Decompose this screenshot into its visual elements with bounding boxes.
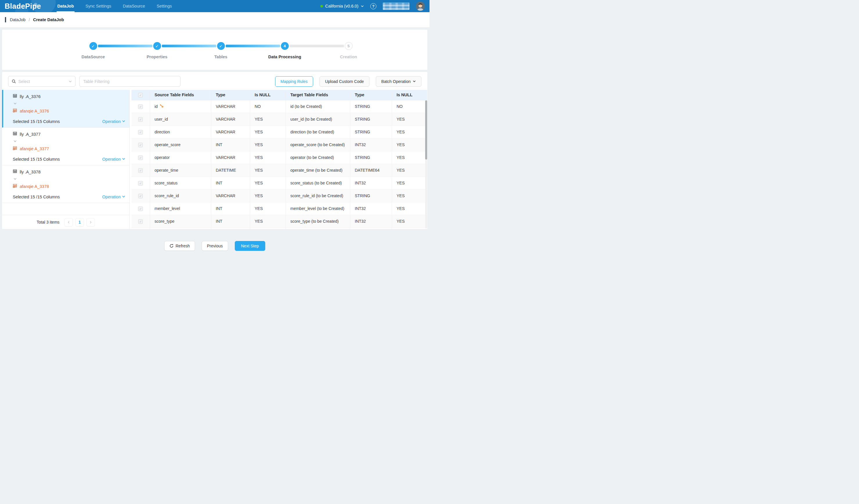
row-checkbox[interactable]: ✓ [138,194,143,198]
mapping-chevron-down-icon [13,101,125,107]
table-list-item[interactable]: lly .A_3378afanqie A_3378Selected 15 /15… [2,165,130,203]
row-checkbox[interactable]: ✓ [138,130,143,135]
source-field-cell: operator [150,151,211,164]
col-source-type: Type [211,90,250,100]
nav-tab-sync-settings[interactable]: Sync Settings [86,0,111,12]
target-field-cell: user_id (to be Created) [286,113,350,126]
help-icon[interactable]: ? [370,3,376,9]
item-bottom-row: Selected 15 /15 ColumnsOperation [13,119,125,124]
upload-custom-code-button[interactable]: Upload Custom Code [319,76,370,87]
source-field: member_level [155,206,208,211]
app-logo[interactable]: BladePipe [5,2,41,11]
select-all-checkbox[interactable]: ✓ [138,93,143,97]
table-select-dropdown[interactable]: Select [8,76,75,87]
refresh-button[interactable]: Refresh [164,241,195,251]
table-list-item[interactable]: lly .A_3377afanqie A_3377Selected 15 /15… [2,128,130,165]
row-checkbox-cell: ✓ [132,189,150,202]
source-table-name: lly .A_3377 [20,132,41,137]
source-field-cell: score_type [150,215,211,227]
nav-tab-datajob[interactable]: DataJob [57,0,74,12]
scrollbar-thumb[interactable] [425,100,427,159]
row-checkbox[interactable]: ✓ [138,219,143,224]
field-row-partial: ✓ [132,227,427,229]
row-checkbox[interactable]: ✓ [138,117,143,122]
source-table-name: lly .A_3378 [20,170,41,174]
source-table-name: lly .A_3376 [20,94,41,99]
source-type-cell: VARCHAR [211,100,250,113]
row-checkbox[interactable]: ✓ [138,206,143,211]
target-type-cell: DATETIME64 [350,164,392,177]
batch-operation-button[interactable]: Batch Operation [376,76,421,87]
operation-dropdown[interactable]: Operation [102,157,125,161]
next-step-button[interactable]: Next Step [235,241,265,251]
pagination: Total 3 items1 [2,215,130,229]
source-field-cell: user_id [150,113,211,126]
field-mapping-table: ✓ Source Table Fields Type Is NULL Targe… [132,90,427,229]
table-list-item[interactable]: lly .A_3376afanqie A_3376Selected 15 /15… [2,90,130,128]
source-type-cell: VARCHAR [211,113,250,126]
row-checkbox[interactable]: ✓ [138,105,143,109]
region-selector[interactable]: California (v0.6.0) [320,4,364,9]
step-connector [226,45,280,47]
refresh-label: Refresh [176,243,190,248]
operation-label: Operation [102,157,121,161]
selected-columns-label: Selected 15 /15 Columns [13,157,60,161]
source-field-name: member_level [155,206,180,211]
row-checkbox[interactable]: ✓ [138,155,143,160]
source-isnull-cell: YES [250,151,286,164]
total-items-label: Total 3 items [36,220,60,224]
main-card: Select Mapping Rules Upload Custom Code … [2,72,427,229]
top-navbar: BladePipe DataJobSync SettingsDataSource… [0,0,430,12]
table-scrollbar[interactable] [425,100,427,229]
chevron-right-icon [89,221,92,224]
row-checkbox[interactable]: ✓ [138,143,143,147]
source-field-cell: score_status [150,177,211,189]
row-checkbox-cell: ✓ [132,215,150,227]
previous-button[interactable]: Previous [202,241,228,251]
target-isnull-cell: YES [392,126,427,138]
source-field-cell: id [150,100,211,113]
target-isnull-cell: NO [392,100,427,113]
nav-tab-settings[interactable]: Settings [157,0,172,12]
pagination-page-1[interactable]: 1 [75,218,84,226]
target-type-cell: STRING [350,151,392,164]
operation-dropdown[interactable]: Operation [102,119,125,124]
source-table-row: lly .A_3377 [13,131,125,137]
item-bottom-row: Selected 15 /15 ColumnsOperation [13,157,125,161]
target-table-name: afanqie A_3376 [20,109,49,113]
selected-columns-label: Selected 15 /15 Columns [13,194,60,199]
source-field-name: score_status [155,180,178,186]
target-type-cell: INT32 [350,138,392,151]
step-5-circle[interactable]: 5 [345,42,352,50]
target-field-cell: score_type (to be Created) [286,215,350,227]
operation-label: Operation [102,194,121,199]
target-type-cell: STRING [350,126,392,138]
step-2-check-icon[interactable]: ✓ [153,42,161,50]
source-field: direction [155,129,208,135]
source-field: score_rule_id [155,193,208,199]
nav-tab-datasource[interactable]: DataSource [123,0,145,12]
user-avatar[interactable] [416,2,425,11]
step-4-circle[interactable]: 4 [281,42,289,50]
step-3-check-icon[interactable]: ✓ [217,42,225,50]
pagination-next-button[interactable] [87,218,95,226]
target-isnull-cell: YES [392,164,427,177]
table-header-row: ✓ Source Table Fields Type Is NULL Targe… [132,90,427,100]
breadcrumb-parent[interactable]: DataJob [10,17,26,22]
table-filter-input[interactable] [79,76,181,87]
navbar-right: California (v0.6.0) ? [320,2,425,11]
row-checkbox[interactable]: ✓ [138,181,143,186]
mapping-rules-button[interactable]: Mapping Rules [275,76,313,87]
select-placeholder: Select [18,79,66,84]
pagination-prev-button[interactable] [64,218,73,226]
content-split: lly .A_3376afanqie A_3376Selected 15 /15… [2,90,427,229]
step-label-tables: Tables [214,54,227,59]
row-checkbox[interactable]: ✓ [138,168,143,173]
field-row: ✓operatorVARCHARYESoperator (to be Creat… [132,151,427,164]
selected-columns-label: Selected 15 /15 Columns [13,119,60,124]
source-field-cell: score_rule_id [150,189,211,202]
chevron-down-icon [69,80,72,83]
step-1-check-icon[interactable]: ✓ [89,42,97,50]
target-isnull-cell: YES [392,202,427,215]
operation-dropdown[interactable]: Operation [102,194,125,199]
